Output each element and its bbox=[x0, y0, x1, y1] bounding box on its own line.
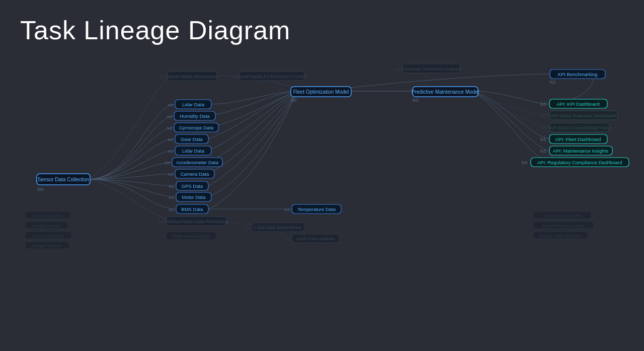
svg-text:lv3: lv3 bbox=[540, 149, 546, 154]
node-transportation-data[interactable]: Transportation Data Processing lv1 bbox=[159, 217, 228, 226]
svg-text:lv0: lv0 bbox=[38, 187, 44, 192]
svg-text:Motor Data: Motor Data bbox=[182, 194, 206, 200]
svg-text:lv1: lv1 bbox=[395, 67, 401, 72]
node-api-kpi-dashboard[interactable]: API: KPI Dashboard lv3 bbox=[540, 99, 607, 108]
node-land-data[interactable]: Land Data Streamlined lv1 bbox=[245, 223, 304, 232]
svg-text:API: Regulatory Compliance Das: API: Regulatory Compliance Dashboard bbox=[537, 160, 622, 165]
svg-text:Route Efficiency Report: Route Efficiency Report bbox=[542, 224, 585, 228]
svg-text:lv1: lv1 bbox=[168, 149, 174, 154]
svg-text:Fleet Optimization Model: Fleet Optimization Model bbox=[293, 89, 349, 95]
node-api-fleet-dashboard[interactable]: API: Fleet Dashboard lv3 bbox=[540, 134, 607, 144]
svg-text:lv1: lv1 bbox=[245, 226, 250, 230]
svg-text:lv1: lv1 bbox=[169, 207, 175, 212]
svg-text:lv1: lv1 bbox=[168, 172, 174, 177]
svg-text:lv2: lv2 bbox=[285, 237, 290, 241]
svg-text:lv1: lv1 bbox=[168, 137, 174, 142]
svg-text:Social Media Discussions: Social Media Discussions bbox=[167, 74, 218, 79]
svg-text:Energy Usage Analytics: Energy Usage Analytics bbox=[539, 234, 582, 238]
page-title: Task Lineage Diagram bbox=[20, 15, 290, 45]
node-camera-data[interactable]: Camera Data lv1 bbox=[168, 169, 214, 178]
node-sensor-data-collection[interactable]: Sensor Data Collection lv0 bbox=[37, 174, 90, 192]
svg-text:Cost Optimization API: Cost Optimization API bbox=[542, 214, 582, 218]
svg-text:lv1: lv1 bbox=[167, 114, 173, 119]
svg-text:Lidar Data: Lidar Data bbox=[182, 102, 205, 107]
svg-text:lv2: lv2 bbox=[413, 98, 419, 103]
svg-text:lv1: lv1 bbox=[169, 195, 175, 200]
bottom-dim-nodes: Battery Analytics Voltage Monitor Therma… bbox=[25, 212, 71, 249]
svg-text:Lidar Data: Lidar Data bbox=[182, 148, 205, 154]
svg-text:lv2: lv2 bbox=[550, 80, 555, 85]
svg-text:Voltage Monitor: Voltage Monitor bbox=[32, 224, 60, 228]
svg-text:lv1: lv1 bbox=[159, 234, 165, 239]
svg-text:API: KPI Dashboard: API: KPI Dashboard bbox=[556, 101, 599, 107]
svg-text:Battery Analytics: Battery Analytics bbox=[33, 214, 62, 218]
edges-sensor-to-lv1 bbox=[90, 76, 175, 220]
svg-text:Accelerometer Data: Accelerometer Data bbox=[176, 160, 219, 165]
edges-lv1-to-fleet bbox=[209, 91, 297, 209]
svg-text:lv3: lv3 bbox=[540, 113, 546, 118]
svg-text:lv1: lv1 bbox=[232, 75, 237, 79]
node-social-media-performance[interactable]: Social Media Performance Content lv1 bbox=[232, 72, 307, 81]
node-api-maintenance-insights[interactable]: API: Maintenance Insights lv3 bbox=[540, 146, 612, 155]
node-predictive-maintenance-model[interactable]: Predictive Maintenance Model lv2 bbox=[412, 87, 479, 103]
node-fleet-optimization-model[interactable]: Fleet Optimization Model lv2 bbox=[291, 87, 351, 103]
svg-text:Predictive Maintenance Model: Predictive Maintenance Model bbox=[412, 89, 479, 95]
svg-text:Transportation Data Processing: Transportation Data Processing bbox=[165, 219, 228, 224]
edge-fleet-to-kpi bbox=[346, 74, 553, 88]
svg-text:Land Area Analysis: Land Area Analysis bbox=[296, 236, 335, 241]
lineage-diagram: Sensor Data Collection lv0 Social Media … bbox=[0, 0, 644, 351]
svg-text:Temperature Data: Temperature Data bbox=[297, 206, 336, 212]
svg-text:Gear Data: Gear Data bbox=[181, 136, 203, 142]
svg-text:lv1: lv1 bbox=[160, 75, 166, 79]
svg-text:lv3: lv3 bbox=[540, 102, 546, 107]
node-api-regulatory-compliance[interactable]: API: Regulatory Compliance Dashboard lv3 bbox=[522, 158, 629, 167]
svg-text:lv3: lv3 bbox=[522, 160, 527, 165]
svg-text:KPI Benchmarking: KPI Benchmarking bbox=[558, 72, 598, 77]
node-customer-sentiment[interactable]: Customer Sentiment Analysis lv1 bbox=[395, 64, 461, 73]
node-social-media-discussions[interactable]: Social Media Discussions lv1 bbox=[160, 72, 218, 81]
svg-text:GPS Data: GPS Data bbox=[182, 183, 203, 189]
node-api-status-consolidated[interactable]: API Status Consolidated View lv3 bbox=[540, 123, 610, 132]
svg-text:Humidity Data: Humidity Data bbox=[180, 113, 210, 119]
svg-text:API: Maintenance Insights: API: Maintenance Insights bbox=[553, 148, 609, 154]
svg-text:API Status Consolidated View: API Status Consolidated View bbox=[549, 125, 610, 130]
svg-text:Camera Data: Camera Data bbox=[181, 171, 209, 177]
node-motor-data[interactable]: Motor Data lv1 bbox=[169, 192, 211, 201]
svg-text:lv1: lv1 bbox=[168, 103, 174, 107]
node-api-status-evaluator[interactable]: API Status Evaluator Dashboard lv3 bbox=[540, 111, 617, 120]
svg-text:lv3: lv3 bbox=[540, 125, 546, 130]
svg-text:Gyroscope Data: Gyroscope Data bbox=[179, 125, 214, 130]
svg-text:Sensor Data Collection: Sensor Data Collection bbox=[38, 177, 89, 182]
svg-text:lv1: lv1 bbox=[165, 161, 171, 165]
svg-text:lv3: lv3 bbox=[540, 137, 546, 142]
bottom-right-dim-nodes: Cost Optimization API Route Efficiency R… bbox=[533, 212, 594, 239]
svg-text:API Status Evaluator Dashboard: API Status Evaluator Dashboard bbox=[550, 113, 616, 118]
node-land-area[interactable]: Land Area Analysis lv2 bbox=[285, 234, 340, 243]
svg-text:Customer Sentiment Analysis: Customer Sentiment Analysis bbox=[401, 66, 461, 72]
svg-text:lv1: lv1 bbox=[285, 207, 290, 212]
svg-text:Motor Area Analysis: Motor Area Analysis bbox=[172, 234, 210, 239]
svg-text:API: Fleet Dashboard: API: Fleet Dashboard bbox=[555, 136, 601, 142]
node-kpi-benchmarking[interactable]: KPI Benchmarking lv2 bbox=[550, 69, 605, 85]
svg-text:Land Data Streamlined: Land Data Streamlined bbox=[255, 225, 301, 230]
node-temperature-data[interactable]: Temperature Data lv1 bbox=[285, 204, 341, 214]
svg-text:lv1: lv1 bbox=[169, 184, 175, 189]
node-accelerometer-data[interactable]: Accelerometer Data lv1 bbox=[165, 158, 222, 167]
svg-text:BMS Data: BMS Data bbox=[181, 206, 203, 212]
edges-pm-to-apis bbox=[473, 91, 551, 162]
node-more-dim-1[interactable]: Motor Area Analysis lv1 bbox=[159, 232, 216, 240]
node-gyroscope-data[interactable]: Gyroscope Data lv1 bbox=[167, 123, 218, 132]
svg-text:lv1: lv1 bbox=[167, 126, 173, 130]
svg-text:lv1: lv1 bbox=[159, 220, 165, 224]
node-humidity-data[interactable]: Humidity Data lv1 bbox=[167, 111, 215, 120]
svg-text:Thermal Analytics: Thermal Analytics bbox=[32, 234, 64, 238]
svg-text:Social Media Performance Conte: Social Media Performance Content bbox=[236, 74, 307, 79]
svg-text:lv2: lv2 bbox=[291, 98, 297, 103]
svg-text:Range Predictor: Range Predictor bbox=[33, 244, 62, 248]
